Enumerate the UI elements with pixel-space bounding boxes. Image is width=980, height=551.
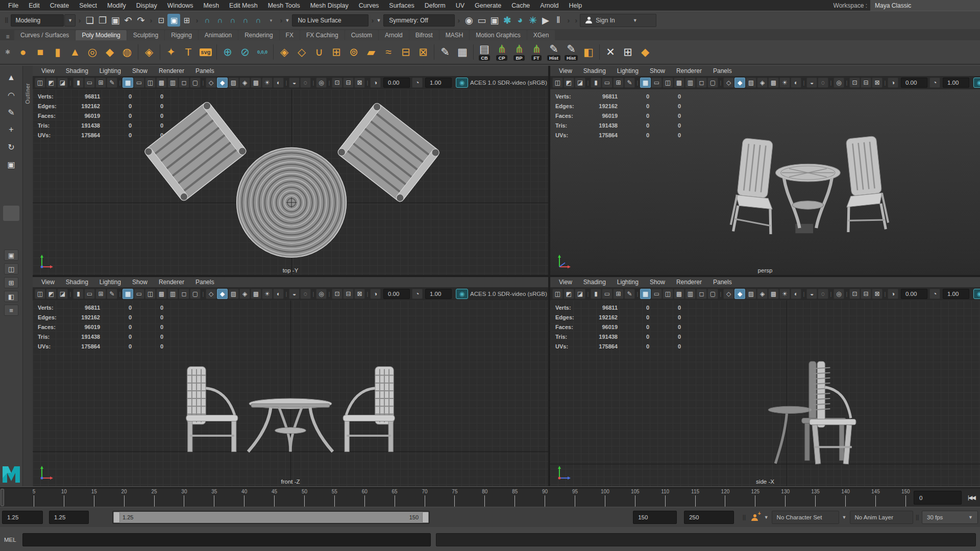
lock-camera-icon[interactable]: ◩ (564, 78, 574, 88)
viewport-menu-item[interactable]: View (553, 279, 578, 286)
bookmark-icon[interactable]: ▮ (73, 78, 84, 88)
shelf-button[interactable]: ◆ (636, 41, 654, 63)
vsep-icon[interactable]: | (284, 78, 288, 88)
shelf-tab[interactable]: Arnold (379, 30, 409, 40)
shadows-icon[interactable]: ◐ (791, 289, 801, 299)
vsep-icon[interactable]: | (365, 289, 370, 299)
shelf-button[interactable] (597, 41, 602, 63)
menu-item[interactable]: Create (45, 2, 75, 9)
paint-select-tool-icon[interactable]: ✎ (3, 104, 19, 121)
group-collapse-arrow[interactable]: › (280, 16, 282, 24)
wireframe-mode-icon[interactable]: ◇ (723, 78, 734, 88)
render-settings-icon[interactable]: ✱ (501, 14, 513, 27)
multi-pass-icon[interactable]: ⊟ (861, 289, 871, 299)
motion-blur-icon[interactable]: ◌ (300, 289, 311, 299)
grease-pencil-icon[interactable]: ✎ (624, 289, 635, 299)
vsep-icon[interactable]: | (68, 78, 72, 88)
vsep-icon[interactable]: | (118, 78, 122, 88)
gamma-field[interactable]: 1.00 (943, 289, 969, 299)
grid-icon[interactable]: ▦ (122, 289, 133, 299)
motion-blur-icon[interactable]: ◌ (818, 78, 828, 88)
grease-pencil-icon[interactable]: ✎ (107, 289, 117, 299)
region-tool-icon[interactable]: ⊠ (354, 78, 365, 88)
gamma-field[interactable]: 1.00 (425, 289, 452, 299)
viewport-canvas-top[interactable]: Verts:9681100Edges:19216200Faces:9601900… (33, 89, 548, 275)
viewport-menu-item[interactable]: Panels (707, 67, 738, 74)
exposure-field[interactable]: 0.00 (901, 289, 927, 299)
gamma-field[interactable]: 1.00 (425, 78, 452, 88)
menu-item[interactable]: Select (74, 2, 102, 9)
bookmark-icon[interactable]: ▮ (591, 78, 601, 88)
shelf-button[interactable]: T (180, 41, 197, 63)
symmetry-field[interactable]: Symmetry: Off (383, 14, 455, 27)
shelf-button[interactable]: ▲ (66, 41, 84, 63)
textured-mode-icon[interactable]: ▨ (228, 289, 239, 299)
vsep-icon[interactable]: | (719, 289, 723, 299)
character-set-dropdown[interactable]: No Character Set (772, 511, 839, 524)
vsep-icon[interactable]: | (845, 289, 849, 299)
pause-viewport-icon[interactable]: ‖ (552, 14, 565, 27)
gamma-icon[interactable]: ◔ (929, 78, 940, 88)
viewport-menu-item[interactable]: Show (644, 67, 671, 74)
snap-view-plane-icon[interactable]: ∩ (252, 14, 264, 27)
select-tool-icon[interactable]: ▲ (3, 69, 19, 86)
anim-layer-arrow[interactable]: ▼ (842, 515, 847, 520)
lock-camera-icon[interactable]: ◩ (46, 289, 57, 299)
go-to-start-button[interactable]: |◀◀ (964, 491, 979, 505)
group-collapse-arrow[interactable]: › (150, 16, 152, 24)
shelf-button[interactable]: ◍ (118, 41, 136, 63)
field-chart-icon[interactable]: ▥ (685, 289, 696, 299)
grease-pencil-icon[interactable]: ✎ (624, 78, 635, 88)
playback-start-field[interactable]: 1.25 (49, 511, 89, 524)
motion-blur-icon[interactable]: ◌ (818, 289, 828, 299)
shelf-button[interactable]: ⊞ (619, 41, 636, 63)
snap-projected-center-icon[interactable]: ∩ (239, 14, 252, 27)
group-collapse-arrow[interactable]: ‖ (916, 513, 919, 522)
safe-action-icon[interactable]: ◻ (696, 289, 707, 299)
menu-item[interactable]: File (3, 2, 23, 9)
current-time-marker[interactable] (1, 489, 4, 506)
checkered-icon[interactable]: ▩ (768, 78, 779, 88)
workspace-selector[interactable]: Maya Classic (870, 0, 980, 11)
camera-view-icon[interactable]: ◫ (552, 289, 563, 299)
viewport-menu-item[interactable]: Show (127, 67, 153, 74)
shelf-button[interactable]: ⋔ FT (528, 41, 545, 63)
safe-action-icon[interactable]: ◻ (179, 78, 189, 88)
open-scene-icon[interactable]: ❒ (96, 14, 109, 27)
select-object-icon[interactable]: ▣ (167, 14, 180, 27)
field-chart-icon[interactable]: ▥ (685, 78, 696, 88)
last-tool-slot[interactable] (3, 206, 19, 221)
gate-mask-icon[interactable]: ▩ (156, 289, 167, 299)
vsep-icon[interactable]: | (311, 78, 315, 88)
viewport-menu-item[interactable]: Panels (190, 279, 220, 286)
menu-item[interactable]: Mesh Display (305, 2, 354, 9)
vsep-icon[interactable]: | (635, 289, 640, 299)
vsep-icon[interactable]: | (365, 78, 370, 88)
snapshot-icon[interactable]: ⊡ (849, 289, 860, 299)
viewport-canvas-side[interactable]: Verts:9681100Edges:19216200Faces:9601900… (550, 300, 980, 486)
shadows-icon[interactable]: ◐ (273, 78, 284, 88)
camera-view-icon[interactable]: ◫ (35, 78, 45, 88)
shelf-button[interactable]: ✎ Hist (545, 41, 562, 63)
live-surface-arrow[interactable]: ▼ (285, 18, 289, 23)
vsep-icon[interactable]: | (327, 78, 331, 88)
pan-zoom-2d-icon[interactable]: ⊞ (95, 289, 106, 299)
screen-space-ao-icon[interactable]: ◒ (289, 78, 300, 88)
playback-end-field[interactable]: 150 (633, 511, 677, 524)
group-collapse-arrow[interactable]: › (195, 16, 198, 24)
gamma-field[interactable]: 1.00 (943, 78, 969, 88)
rotate-tool-icon[interactable]: ↻ (3, 138, 19, 156)
vsep-icon[interactable]: | (201, 78, 205, 88)
render-sequence-icon[interactable]: ▶ (539, 14, 552, 27)
shelf-button[interactable] (158, 41, 162, 63)
ipr-render-icon[interactable]: ▣ (488, 14, 501, 27)
viewport-menu-item[interactable]: Renderer (671, 279, 707, 286)
range-end-handle[interactable] (422, 512, 429, 523)
new-scene-icon[interactable]: ❏ (83, 14, 96, 27)
character-set-arrow[interactable]: ▼ (764, 515, 769, 520)
color-management-toggle[interactable]: ◉ (456, 78, 468, 88)
shelf-tab[interactable]: Custom (345, 30, 378, 40)
checkered-icon[interactable]: ▩ (251, 289, 261, 299)
checkered-icon[interactable]: ▩ (768, 289, 779, 299)
resolution-gate-icon[interactable]: ◫ (145, 78, 156, 88)
